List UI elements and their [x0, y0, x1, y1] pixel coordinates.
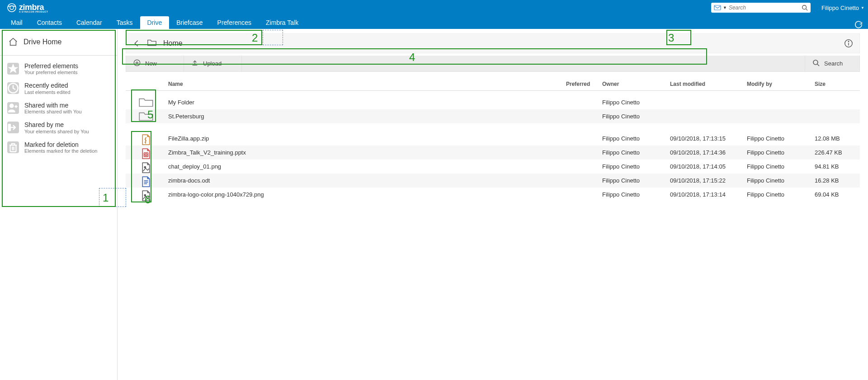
sidebar-title-label: Drive Home [24, 38, 61, 46]
sidebar-item-label: Recently edited [24, 82, 71, 89]
svg-point-16 [813, 60, 818, 65]
file-modified: 09/10/2018, 17:15:22 [670, 177, 747, 184]
table-row[interactable]: chat_deploy_01.png Filippo Cinetto 09/10… [126, 160, 860, 174]
svg-rect-8 [8, 124, 11, 131]
info-icon[interactable] [844, 39, 853, 48]
file-modby: Filippo Cinetto [747, 163, 815, 170]
col-size[interactable]: Size [815, 81, 860, 87]
sidebar-item-label: Preferred elements [24, 63, 78, 70]
pptx-file-icon [141, 148, 151, 158]
col-preferred[interactable]: Preferred [566, 81, 602, 87]
file-name: zimbra-docs.odt [166, 177, 566, 184]
col-owner[interactable]: Owner [602, 81, 670, 87]
file-name: FileZilla.app.zip [166, 135, 566, 142]
file-size: 16.28 KB [815, 177, 860, 184]
user-caret-icon: ▼ [861, 6, 864, 10]
file-modby: Filippo Cinetto [747, 135, 815, 142]
file-modified: 09/10/2018, 17:14:05 [670, 163, 747, 170]
share-icon [7, 122, 19, 133]
table-row[interactable]: Zimbra_Talk_V2_training.pptx Filippo Cin… [126, 145, 860, 160]
table-row[interactable]: St.Petersburg Filippo Cinetto [126, 109, 860, 123]
svg-point-0 [8, 4, 16, 12]
sidebar-item-label: Shared with me [24, 102, 82, 109]
file-modified: 09/10/2018, 17:13:15 [670, 135, 747, 142]
sidebar-item-clock[interactable]: Recently edited Last elements edited [5, 80, 113, 97]
user-menu[interactable]: Filippo Cinetto ▼ [821, 5, 864, 11]
file-owner: Filippo Cinetto [602, 135, 670, 142]
file-modby: Filippo Cinetto [747, 177, 815, 184]
star-icon [7, 63, 19, 75]
svg-point-7 [9, 103, 14, 108]
global-search[interactable]: ▼ [711, 3, 811, 13]
svg-point-24 [144, 194, 146, 196]
app-header: zimbra A SYNACOR PRODUCT ▼ Filippo Cinet… [0, 0, 868, 15]
svg-marker-5 [8, 64, 19, 73]
file-size: 12.08 MB [815, 135, 860, 142]
sidebar-item-sublabel: Last elements edited [24, 89, 71, 95]
mail-filter-icon[interactable] [714, 5, 721, 11]
file-owner: Filippo Cinetto [602, 191, 670, 198]
filter-caret-icon[interactable]: ▼ [723, 5, 727, 10]
tab-preferences[interactable]: Preferences [210, 16, 259, 29]
folder-icon [138, 111, 154, 122]
logo-icon [6, 2, 17, 13]
sidebar-title[interactable]: Drive Home [0, 29, 117, 56]
svg-point-20 [144, 166, 146, 168]
tab-mail[interactable]: Mail [4, 16, 30, 29]
table-header: Name Preferred Owner Last modified Modif… [126, 77, 860, 91]
sidebar-item-sublabel: Elements shared with You [24, 109, 82, 114]
svg-rect-2 [714, 5, 721, 10]
sidebar-item-trash[interactable]: Marked for deletion Elements marked for … [5, 139, 113, 156]
file-size: 226.47 KB [815, 149, 860, 156]
search-input[interactable] [729, 5, 800, 11]
breadcrumb: Home [126, 33, 860, 53]
tab-drive[interactable]: Drive [140, 16, 170, 29]
file-owner: Filippo Cinetto [602, 177, 670, 184]
upload-button[interactable]: Upload [184, 56, 242, 71]
sidebar-item-star[interactable]: Preferred elements Your preferred elemen… [5, 60, 113, 78]
file-name: St.Petersburg [166, 113, 566, 120]
tab-calendar[interactable]: Calendar [69, 16, 109, 29]
folder-icon [138, 97, 154, 108]
sidebar-item-label: Shared by me [24, 122, 89, 128]
col-name[interactable]: Name [166, 81, 566, 87]
file-size: 94.81 KB [815, 163, 860, 170]
file-owner: Filippo Cinetto [602, 163, 670, 170]
refresh-icon[interactable] [854, 21, 863, 29]
table-row[interactable]: zimbra-logo-color.png-1040x729.png Filip… [126, 188, 860, 202]
file-owner: Filippo Cinetto [602, 99, 670, 106]
svg-line-4 [806, 9, 808, 11]
tab-tasks[interactable]: Tasks [109, 16, 140, 29]
tab-zimbra-talk[interactable]: Zimbra Talk [259, 16, 306, 29]
png-file-icon [141, 162, 151, 172]
col-modified[interactable]: Last modified [670, 81, 747, 87]
sidebar-item-sublabel: Your preferred elements [24, 70, 78, 75]
table-row[interactable]: FileZilla.app.zip Filippo Cinetto 09/10/… [126, 131, 860, 145]
file-modby: Filippo Cinetto [747, 191, 815, 198]
clock-icon [7, 82, 19, 94]
table-row[interactable]: My Folder Filippo Cinetto [126, 95, 860, 109]
png-file-icon [141, 190, 151, 200]
toolbar-search-button[interactable]: Search [805, 56, 859, 71]
home-icon [8, 37, 18, 47]
file-owner: Filippo Cinetto [602, 149, 670, 156]
table-row[interactable]: zimbra-docs.odt Filippo Cinetto 09/10/20… [126, 174, 860, 188]
sidebar-item-label: Marked for deletion [24, 141, 97, 148]
new-button[interactable]: New [126, 56, 184, 71]
back-icon[interactable] [132, 39, 141, 47]
sidebar-item-share[interactable]: Shared by me Your elements shared by You [5, 119, 113, 136]
file-name: chat_deploy_01.png [166, 163, 566, 170]
plus-icon [133, 59, 141, 68]
user-name: Filippo Cinetto [821, 5, 859, 11]
search-icon[interactable] [802, 5, 808, 11]
new-label: New [145, 60, 157, 67]
svg-rect-9 [10, 145, 16, 152]
sidebar-item-user-plus[interactable]: Shared with me Elements shared with You [5, 99, 113, 117]
search-icon [812, 59, 820, 68]
tab-briefcase[interactable]: Briefcase [169, 16, 210, 29]
svg-point-3 [802, 5, 807, 9]
trash-icon [7, 141, 19, 153]
file-size: 69.04 KB [815, 191, 860, 198]
tab-contacts[interactable]: Contacts [30, 16, 69, 29]
col-modby[interactable]: Modify by [747, 81, 815, 87]
